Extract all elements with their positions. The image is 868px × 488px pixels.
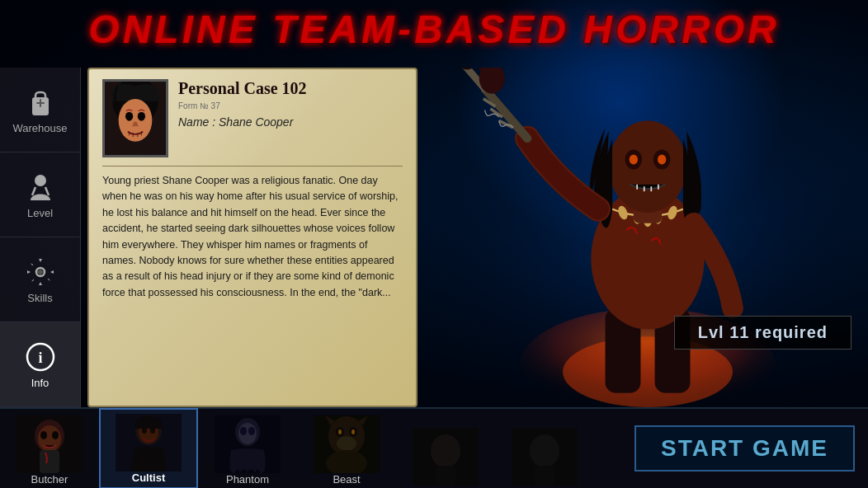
backpack-icon [24,86,57,119]
sidebar-item-warehouse[interactable]: Warehouse [0,68,80,152]
svg-point-36 [630,155,638,165]
svg-point-52 [40,431,47,439]
char-slot-6-img [512,428,578,486]
svg-point-64 [248,427,255,435]
svg-rect-9 [39,269,41,275]
svg-point-53 [52,431,59,439]
case-title-block: Personal Case 102 Form № 37 Name : Shane… [178,79,403,129]
char-slot-cultist[interactable]: Cultist [99,408,198,488]
char-slot-cultist-img [116,414,182,472]
svg-point-33 [609,120,686,213]
sidebar-item-info[interactable]: i Info [0,322,80,407]
case-header: Personal Case 102 Form № 37 Name : Shane… [102,79,403,157]
svg-point-14 [119,99,153,142]
sidebar-label-warehouse: Warehouse [13,122,68,134]
character-bar: Butcher Cultist [0,407,868,488]
svg-point-4 [35,175,46,186]
svg-point-79 [530,434,559,467]
svg-rect-77 [436,466,455,486]
case-name: Name : Shane Cooper [178,115,403,129]
case-divider [102,166,403,167]
char-slot-beast-label: Beast [333,473,360,488]
start-game-button[interactable]: START GAME [634,425,855,472]
person-icon [24,171,57,204]
case-description: Young priest Shane Cooper was a religiou… [102,173,403,301]
sidebar-label-level: Level [27,207,53,219]
gear-icon [24,256,57,289]
char-slot-beast-img [314,415,380,473]
game-title: ONLINE TEAM-BASED HORROR [88,7,779,51]
char-slot-cultist-label: Cultist [132,472,165,487]
sidebar-label-skills: Skills [27,292,52,304]
char-slot-beast[interactable]: Beast [297,408,396,488]
case-card: Personal Case 102 Form № 37 Name : Shane… [87,68,417,407]
char-slot-butcher[interactable]: Butcher [0,408,99,488]
main-content: Personal Case 102 Form № 37 Name : Shane… [81,68,868,407]
character-photo [102,79,168,157]
svg-point-63 [240,427,247,435]
case-title: Personal Case 102 [178,79,403,98]
svg-point-16 [138,112,145,121]
char-slot-phantom-label: Phantom [226,473,269,488]
svg-rect-80 [535,466,554,486]
info-icon: i [24,340,57,373]
case-form-number: Form № 37 [178,101,403,110]
sidebar: Warehouse Level [0,68,81,407]
char-slot-5[interactable] [396,408,495,488]
char-slot-5-img [413,428,479,486]
char-slot-phantom[interactable]: Phantom [198,408,297,488]
sidebar-item-skills[interactable]: Skills [0,237,80,322]
level-required-badge: Lvl 11 required [674,316,851,350]
svg-text:i: i [38,350,42,366]
sidebar-label-info: Info [31,377,50,389]
title-bar: ONLINE TEAM-BASED HORROR [0,7,868,52]
svg-point-76 [431,434,460,467]
svg-point-37 [658,155,666,165]
svg-rect-3 [40,99,41,107]
char-slot-phantom-img [215,415,281,473]
svg-point-15 [125,112,133,121]
svg-point-71 [351,429,355,434]
sidebar-item-level[interactable]: Level [0,152,80,237]
char-slot-butcher-label: Butcher [31,473,68,488]
char-slot-6[interactable] [495,408,594,488]
svg-line-6 [45,187,49,195]
char-slot-butcher-img [17,415,83,473]
svg-point-70 [338,429,342,434]
monster-area [427,68,868,407]
svg-point-67 [337,436,356,451]
monster-illustration [427,68,868,407]
svg-line-5 [32,187,35,195]
svg-rect-54 [40,450,59,473]
